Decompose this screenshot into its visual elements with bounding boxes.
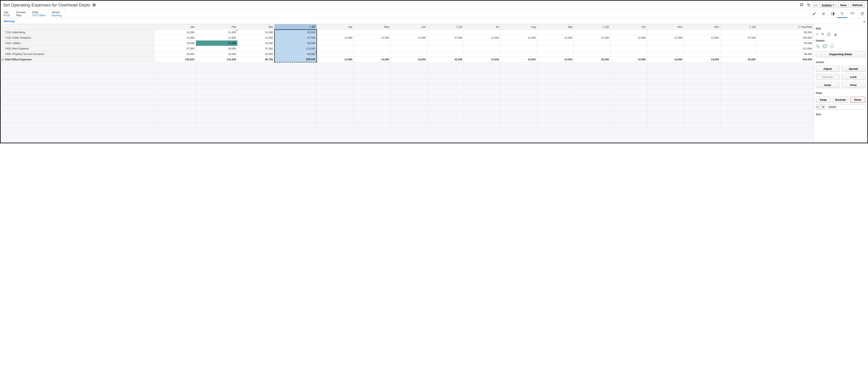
actions-button[interactable]: Actions▼ xyxy=(819,2,837,8)
data-cell[interactable] xyxy=(574,51,610,57)
data-cell[interactable]: 37,500 xyxy=(720,35,757,40)
data-cell[interactable] xyxy=(537,51,574,57)
copy-icon[interactable]: ⧉ xyxy=(822,32,824,36)
total-cell[interactable]: 100,833 xyxy=(154,57,196,62)
data-cell[interactable] xyxy=(684,46,720,51)
info-icon[interactable]: i xyxy=(92,3,96,7)
clear-icon[interactable]: ◢ xyxy=(834,32,836,36)
data-cell[interactable] xyxy=(647,46,684,51)
column-header[interactable]: −Q3 xyxy=(574,24,610,30)
row-header[interactable]: 7420: Rent Expense xyxy=(1,46,154,51)
column-header[interactable]: −YearTotal xyxy=(757,24,813,30)
undo-button[interactable]: Undo xyxy=(816,82,840,88)
data-cell[interactable]: 37,500 xyxy=(275,35,317,40)
data-cell[interactable] xyxy=(611,30,647,35)
row-header[interactable]: 7430: Property Tax and Insurance xyxy=(1,51,154,57)
add-tab-icon[interactable]: ＋ xyxy=(862,19,866,24)
cut-icon[interactable]: ✂ xyxy=(816,32,818,36)
data-cell[interactable] xyxy=(391,30,427,35)
data-cell[interactable] xyxy=(611,51,647,57)
data-cell[interactable] xyxy=(464,30,500,35)
column-header[interactable]: Oct xyxy=(611,24,647,30)
none-button[interactable]: None xyxy=(850,97,865,103)
data-grid[interactable]: JanFebMar−Q1AprMayJun−Q2JulAugSep−Q3OctN… xyxy=(1,24,813,133)
column-header[interactable]: Dec xyxy=(684,24,720,30)
total-cell[interactable]: 434,048 xyxy=(757,57,813,62)
data-cell[interactable]: 113,000 xyxy=(275,46,317,51)
data-cell[interactable] xyxy=(354,30,390,35)
data-cell[interactable]: 16,000 xyxy=(196,51,237,57)
settings-gear-icon[interactable] xyxy=(819,10,828,18)
data-cell[interactable] xyxy=(720,40,757,46)
data-cell[interactable] xyxy=(354,40,390,46)
column-header[interactable]: Feb xyxy=(196,24,237,30)
pov-year[interactable]: Year FY23 xyxy=(1,10,13,18)
data-cell[interactable] xyxy=(391,46,427,51)
total-cell[interactable]: 14,000 xyxy=(537,57,574,62)
edit-pencil-icon[interactable] xyxy=(809,10,819,18)
data-cell[interactable]: 55,048 xyxy=(757,40,813,46)
history-icon[interactable]: 🕘 xyxy=(830,44,834,48)
data-cell[interactable] xyxy=(464,51,500,57)
lock-button[interactable]: Lock xyxy=(842,74,866,80)
save-button[interactable]: Save xyxy=(838,2,849,8)
exclude-button[interactable]: Exclude xyxy=(833,97,848,103)
data-cell[interactable]: 37,500 xyxy=(574,35,610,40)
data-cell[interactable]: 16,000 xyxy=(238,51,275,57)
column-header[interactable]: Jan xyxy=(154,24,196,30)
data-cell[interactable]: 12,500 xyxy=(238,35,275,40)
data-cell[interactable]: 14,286 xyxy=(238,30,275,35)
data-cell[interactable]: 48,000 xyxy=(275,51,317,57)
data-cell[interactable] xyxy=(354,46,390,51)
data-cell[interactable]: 113,000 xyxy=(757,46,813,51)
data-cell[interactable]: 12,500 xyxy=(647,35,684,40)
data-cell[interactable] xyxy=(574,46,610,51)
total-cell[interactable]: 14,000 xyxy=(464,57,500,62)
supporting-detail-button[interactable]: Supporting Detail xyxy=(816,51,865,57)
paste-icon[interactable]: 📋 xyxy=(827,32,831,36)
data-cell[interactable]: 12,500 xyxy=(391,35,427,40)
keep-button[interactable]: Keep xyxy=(816,97,831,103)
data-cell[interactable] xyxy=(684,30,720,35)
data-cell[interactable] xyxy=(720,30,757,35)
data-cell[interactable] xyxy=(500,51,537,57)
data-cell[interactable] xyxy=(647,51,684,57)
row-header[interactable]: 7410: Utilities xyxy=(1,40,154,46)
data-cell[interactable]: 37,500 xyxy=(154,46,196,51)
data-cell[interactable]: 15,000 xyxy=(238,40,275,46)
data-cell[interactable] xyxy=(317,30,354,35)
filter-value-input[interactable] xyxy=(827,104,865,109)
side-tab-properties[interactable] xyxy=(837,10,847,18)
data-cell[interactable] xyxy=(354,51,390,57)
data-cell[interactable]: 12,500 xyxy=(500,35,537,40)
data-cell[interactable] xyxy=(720,51,757,57)
total-cell[interactable]: 14,000 xyxy=(611,57,647,62)
attachment-icon[interactable]: 📎 xyxy=(816,44,820,48)
total-cell[interactable]: 308,048 xyxy=(275,57,317,62)
comment-icon[interactable]: 💬 xyxy=(823,44,827,48)
total-cell[interactable]: 14,000 xyxy=(647,57,684,62)
data-cell[interactable] xyxy=(537,30,574,35)
total-row-header[interactable]: −Total Office Expenses xyxy=(1,57,154,62)
refresh-button[interactable]: Refresh xyxy=(850,2,865,8)
column-header[interactable]: Aug xyxy=(500,24,537,30)
pov-entity[interactable]: Entity CFO Office xyxy=(29,10,49,18)
column-header[interactable]: Nov xyxy=(647,24,684,30)
tab-working[interactable]: Working xyxy=(1,18,18,24)
data-cell[interactable] xyxy=(500,30,537,35)
data-cell[interactable]: 12,500 xyxy=(317,35,354,40)
data-cell[interactable] xyxy=(574,30,610,35)
data-cell[interactable]: 21,429 xyxy=(196,30,237,35)
data-cell[interactable] xyxy=(427,30,464,35)
data-cell[interactable] xyxy=(427,51,464,57)
more-icon[interactable]: ••• xyxy=(813,2,818,8)
data-cell[interactable] xyxy=(647,40,684,46)
data-cell[interactable] xyxy=(464,46,500,51)
filter-operator-select[interactable]: > xyxy=(816,104,825,109)
data-cell[interactable] xyxy=(317,40,354,46)
data-cell[interactable]: 50,000 xyxy=(275,30,317,35)
spread-button[interactable]: Spread xyxy=(842,66,866,72)
data-cell[interactable]: 16,000 xyxy=(154,51,196,57)
data-cell[interactable]: 14,286 xyxy=(154,30,196,35)
data-cell[interactable] xyxy=(391,40,427,46)
